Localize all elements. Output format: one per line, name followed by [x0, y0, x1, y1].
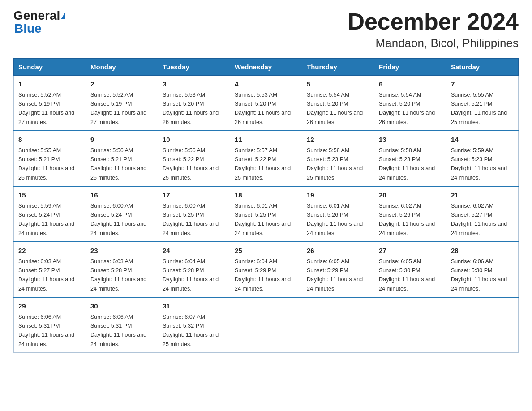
day-number: 10 — [163, 135, 225, 145]
day-cell: 28 Sunrise: 6:06 AMSunset: 5:30 PMDaylig… — [446, 242, 519, 297]
day-number: 3 — [163, 79, 225, 90]
day-number: 22 — [18, 246, 81, 256]
day-cell: 15 Sunrise: 5:59 AMSunset: 5:24 PMDaylig… — [14, 186, 86, 242]
day-info: Sunrise: 5:52 AMSunset: 5:19 PMDaylight:… — [90, 92, 146, 125]
day-number: 2 — [90, 79, 153, 90]
day-info: Sunrise: 6:00 AMSunset: 5:25 PMDaylight:… — [163, 203, 219, 236]
day-info: Sunrise: 5:53 AMSunset: 5:20 PMDaylight:… — [163, 92, 219, 125]
day-cell: 17 Sunrise: 6:00 AMSunset: 5:25 PMDaylig… — [158, 186, 230, 242]
header-row: SundayMondayTuesdayWednesdayThursdayFrid… — [14, 59, 519, 76]
day-info: Sunrise: 6:04 AMSunset: 5:29 PMDaylight:… — [235, 258, 291, 292]
day-cell: 12 Sunrise: 5:58 AMSunset: 5:23 PMDaylig… — [302, 131, 374, 186]
day-cell: 24 Sunrise: 6:04 AMSunset: 5:28 PMDaylig… — [158, 242, 230, 297]
day-info: Sunrise: 5:58 AMSunset: 5:23 PMDaylight:… — [307, 147, 363, 181]
calendar-subtitle: Mandaon, Bicol, Philippines — [348, 36, 519, 50]
day-number: 15 — [18, 190, 81, 201]
day-cell: 6 Sunrise: 5:54 AMSunset: 5:20 PMDayligh… — [374, 76, 446, 131]
week-row-5: 29 Sunrise: 6:06 AMSunset: 5:31 PMDaylig… — [14, 297, 519, 353]
day-cell: 29 Sunrise: 6:06 AMSunset: 5:31 PMDaylig… — [14, 297, 86, 353]
day-cell: 1 Sunrise: 5:52 AMSunset: 5:19 PMDayligh… — [14, 76, 86, 131]
header-cell-tuesday: Tuesday — [158, 59, 230, 76]
day-cell: 9 Sunrise: 5:56 AMSunset: 5:21 PMDayligh… — [86, 131, 158, 186]
day-cell — [446, 297, 519, 353]
day-info: Sunrise: 5:55 AMSunset: 5:21 PMDaylight:… — [451, 92, 507, 125]
day-number: 25 — [235, 246, 297, 256]
day-cell: 13 Sunrise: 5:58 AMSunset: 5:23 PMDaylig… — [374, 131, 446, 186]
header-cell-friday: Friday — [374, 59, 446, 76]
day-info: Sunrise: 6:01 AMSunset: 5:26 PMDaylight:… — [307, 203, 363, 236]
calendar-title: December 2024 — [348, 9, 519, 34]
day-number: 6 — [379, 79, 442, 90]
day-cell: 25 Sunrise: 6:04 AMSunset: 5:29 PMDaylig… — [230, 242, 302, 297]
day-number: 18 — [235, 190, 297, 201]
day-cell: 31 Sunrise: 6:07 AMSunset: 5:32 PMDaylig… — [158, 297, 230, 353]
day-info: Sunrise: 5:56 AMSunset: 5:22 PMDaylight:… — [163, 147, 219, 181]
day-info: Sunrise: 5:59 AMSunset: 5:24 PMDaylight:… — [18, 203, 74, 236]
day-cell: 7 Sunrise: 5:55 AMSunset: 5:21 PMDayligh… — [446, 76, 519, 131]
header-cell-monday: Monday — [86, 59, 158, 76]
week-row-3: 15 Sunrise: 5:59 AMSunset: 5:24 PMDaylig… — [14, 186, 519, 242]
logo-triangle-icon — [61, 12, 65, 19]
week-row-2: 8 Sunrise: 5:55 AMSunset: 5:21 PMDayligh… — [14, 131, 519, 186]
day-number: 28 — [451, 246, 514, 256]
week-row-4: 22 Sunrise: 6:03 AMSunset: 5:27 PMDaylig… — [14, 242, 519, 297]
day-cell: 3 Sunrise: 5:53 AMSunset: 5:20 PMDayligh… — [158, 76, 230, 131]
day-cell: 5 Sunrise: 5:54 AMSunset: 5:20 PMDayligh… — [302, 76, 374, 131]
page-header: General Blue December 2024 Mandaon, Bico… — [13, 9, 519, 50]
calendar-header: SundayMondayTuesdayWednesdayThursdayFrid… — [14, 59, 519, 76]
day-cell: 16 Sunrise: 6:00 AMSunset: 5:24 PMDaylig… — [86, 186, 158, 242]
day-number: 12 — [307, 135, 369, 145]
day-cell: 8 Sunrise: 5:55 AMSunset: 5:21 PMDayligh… — [14, 131, 86, 186]
day-info: Sunrise: 5:56 AMSunset: 5:21 PMDaylight:… — [90, 147, 146, 181]
day-cell: 18 Sunrise: 6:01 AMSunset: 5:25 PMDaylig… — [230, 186, 302, 242]
day-info: Sunrise: 6:03 AMSunset: 5:28 PMDaylight:… — [90, 258, 146, 292]
day-number: 5 — [307, 79, 369, 90]
day-number: 31 — [163, 301, 225, 312]
day-info: Sunrise: 6:01 AMSunset: 5:25 PMDaylight:… — [235, 203, 291, 236]
day-cell: 22 Sunrise: 6:03 AMSunset: 5:27 PMDaylig… — [14, 242, 86, 297]
day-number: 17 — [163, 190, 225, 201]
day-number: 7 — [451, 79, 514, 90]
calendar-table: SundayMondayTuesdayWednesdayThursdayFrid… — [13, 58, 519, 353]
day-number: 8 — [18, 135, 81, 145]
logo-text-black: General — [13, 9, 60, 23]
day-cell: 14 Sunrise: 5:59 AMSunset: 5:23 PMDaylig… — [446, 131, 519, 186]
day-info: Sunrise: 5:58 AMSunset: 5:23 PMDaylight:… — [379, 147, 435, 181]
day-cell: 21 Sunrise: 6:02 AMSunset: 5:27 PMDaylig… — [446, 186, 519, 242]
day-info: Sunrise: 6:05 AMSunset: 5:29 PMDaylight:… — [307, 258, 363, 292]
title-block: December 2024 Mandaon, Bicol, Philippine… — [348, 9, 519, 50]
day-number: 13 — [379, 135, 442, 145]
day-cell: 20 Sunrise: 6:02 AMSunset: 5:26 PMDaylig… — [374, 186, 446, 242]
day-number: 29 — [18, 301, 81, 312]
day-number: 26 — [307, 246, 369, 256]
day-number: 20 — [379, 190, 442, 201]
day-number: 30 — [90, 301, 153, 312]
day-cell: 27 Sunrise: 6:05 AMSunset: 5:30 PMDaylig… — [374, 242, 446, 297]
header-cell-saturday: Saturday — [446, 59, 519, 76]
day-number: 24 — [163, 246, 225, 256]
day-info: Sunrise: 6:02 AMSunset: 5:26 PMDaylight:… — [379, 203, 435, 236]
day-cell: 4 Sunrise: 5:53 AMSunset: 5:20 PMDayligh… — [230, 76, 302, 131]
day-cell — [374, 297, 446, 353]
day-number: 16 — [90, 190, 153, 201]
day-info: Sunrise: 5:55 AMSunset: 5:21 PMDaylight:… — [18, 147, 74, 181]
day-info: Sunrise: 6:05 AMSunset: 5:30 PMDaylight:… — [379, 258, 435, 292]
day-cell: 23 Sunrise: 6:03 AMSunset: 5:28 PMDaylig… — [86, 242, 158, 297]
day-info: Sunrise: 5:52 AMSunset: 5:19 PMDaylight:… — [18, 92, 74, 125]
calendar-body: 1 Sunrise: 5:52 AMSunset: 5:19 PMDayligh… — [14, 76, 519, 353]
day-number: 9 — [90, 135, 153, 145]
day-cell — [302, 297, 374, 353]
day-info: Sunrise: 5:53 AMSunset: 5:20 PMDaylight:… — [235, 92, 291, 125]
day-info: Sunrise: 6:07 AMSunset: 5:32 PMDaylight:… — [163, 314, 219, 347]
day-cell — [230, 297, 302, 353]
day-number: 19 — [307, 190, 369, 201]
day-number: 14 — [451, 135, 514, 145]
week-row-1: 1 Sunrise: 5:52 AMSunset: 5:19 PMDayligh… — [14, 76, 519, 131]
day-cell: 10 Sunrise: 5:56 AMSunset: 5:22 PMDaylig… — [158, 131, 230, 186]
day-number: 23 — [90, 246, 153, 256]
logo-text-blue: Blue — [13, 22, 42, 36]
day-info: Sunrise: 6:04 AMSunset: 5:28 PMDaylight:… — [163, 258, 219, 292]
day-cell: 2 Sunrise: 5:52 AMSunset: 5:19 PMDayligh… — [86, 76, 158, 131]
day-number: 1 — [18, 79, 81, 90]
header-cell-wednesday: Wednesday — [230, 59, 302, 76]
